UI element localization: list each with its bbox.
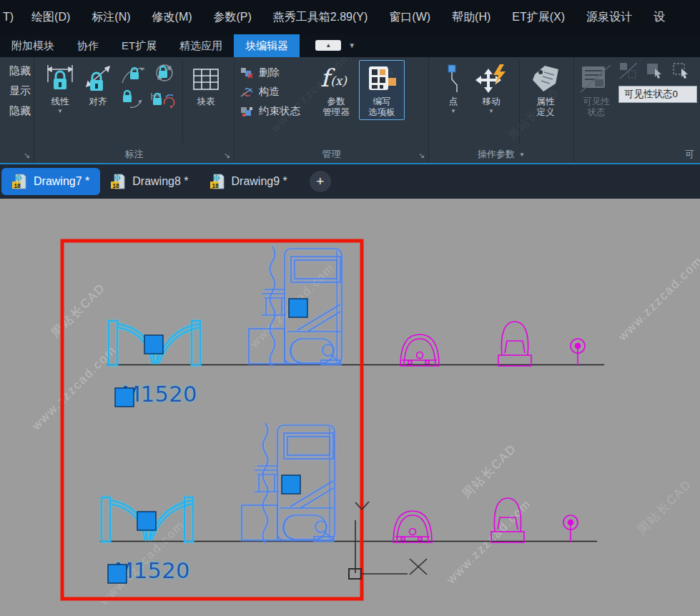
dropdown-caret-icon[interactable]: ▼ xyxy=(488,109,494,114)
fx-icon: f (x) xyxy=(316,62,356,96)
panel-clipped-left: 隐藏 显示 隐藏 ↘ xyxy=(0,57,34,163)
ribbon-tab-collaborate[interactable]: 协作 xyxy=(66,34,110,57)
make-visible-icon[interactable] xyxy=(645,61,665,80)
drawing-tab-7[interactable]: 18 Drawing7 * xyxy=(1,168,100,195)
menu-item-clipped[interactable]: 设 xyxy=(643,0,676,34)
hide-button[interactable]: 隐藏 xyxy=(9,64,31,78)
tag-icon xyxy=(529,62,562,96)
constraint-status-button[interactable]: 约束状态 xyxy=(240,104,300,118)
ribbon-tab-block-editor[interactable]: 块编辑器 xyxy=(234,34,300,57)
move-parameter-button[interactable]: 移动 ▼ xyxy=(469,60,513,116)
cad-grip-furniture[interactable] xyxy=(289,299,307,317)
drawing-tab-9[interactable]: 18 Drawing9 * xyxy=(199,168,298,195)
cad-fixture-toilet-side[interactable] xyxy=(498,322,531,366)
ribbon: www.zzzcad.com 周站长CAD 隐藏 显示 隐藏 ↘ xyxy=(0,57,700,164)
menu-item-et-extension[interactable]: ET扩展(X) xyxy=(501,0,576,34)
visibility-mode-icon[interactable] xyxy=(671,61,691,80)
table-icon xyxy=(192,62,220,96)
panel-launcher-icon[interactable]: ↘ xyxy=(24,151,30,159)
menu-item-dimension[interactable]: 标注(N) xyxy=(81,0,141,34)
aligned-lock-icon xyxy=(82,62,114,96)
menu-item-modify[interactable]: 修改(M) xyxy=(142,0,203,34)
linear-lock-icon xyxy=(45,62,75,96)
point-parameter-button[interactable]: 点 ▼ xyxy=(438,60,469,116)
new-drawing-tab-button[interactable]: + xyxy=(310,171,331,192)
ribbon-tab-bar: 附加模块 协作 ET扩展 精选应用 块编辑器 ▲ ▼ xyxy=(0,34,700,57)
svg-text:18: 18 xyxy=(113,183,120,189)
hide-button[interactable]: 隐藏 xyxy=(9,104,31,118)
svg-text:18: 18 xyxy=(212,183,219,189)
drawing-tab-bar: 18 Drawing7 * 18 Drawing8 * 18 Drawing9 … xyxy=(0,164,700,199)
svg-text:18: 18 xyxy=(14,183,21,189)
attribute-definition-button[interactable]: 属性 定义 xyxy=(526,60,566,120)
point-icon xyxy=(443,62,464,96)
authoring-palettes-icon xyxy=(366,62,398,96)
constraint-status-icon xyxy=(240,106,254,117)
menu-item-window[interactable]: 窗口(W) xyxy=(378,0,441,34)
menu-item-yanxiu-toolbox[interactable]: 燕秀工具箱2.89(Y) xyxy=(262,0,378,34)
menu-bar: T) 绘图(D) 标注(N) 修改(M) 参数(P) 燕秀工具箱2.89(Y) … xyxy=(0,0,700,34)
drawing-tab-8[interactable]: 18 Drawing8 * xyxy=(100,168,199,195)
menu-item-yuanquan-design[interactable]: 源泉设计 xyxy=(576,0,643,34)
panel-manage: 删除 构造 xyxy=(235,57,429,163)
panel-action-parameters: 点 ▼ 移动 ▼ xyxy=(429,57,574,163)
panel-label-manage: 管理 xyxy=(322,148,341,161)
ribbon-collapse-caret-icon[interactable]: ▼ xyxy=(348,41,355,57)
dwg-file-icon: 18 xyxy=(210,174,226,189)
ribbon-tab-addon-modules[interactable]: 附加模块 xyxy=(0,34,66,57)
ribbon-tab-featured-apps[interactable]: 精选应用 xyxy=(168,34,234,57)
linear-constraint-button[interactable]: 线性 ▼ xyxy=(41,60,79,116)
panel-label-dimension: 标注 xyxy=(125,148,144,161)
ribbon-tab-et-extension[interactable]: ET扩展 xyxy=(110,34,168,57)
menu-item-help[interactable]: 帮助(H) xyxy=(441,0,501,34)
angular-lock-button[interactable] xyxy=(119,61,149,87)
rotation-lock-button[interactable] xyxy=(119,87,149,113)
authoring-palettes-button[interactable]: 编写 选项板 xyxy=(359,60,405,120)
visibility-state-combo[interactable]: 可见性状态0 xyxy=(618,86,697,103)
cad-drawing: M1520 xyxy=(0,199,700,616)
panel-launcher-icon[interactable]: ↘ xyxy=(224,151,230,159)
ribbon-collapse-button[interactable]: ▲ xyxy=(315,40,341,51)
parameter-manager-button[interactable]: f (x) 参数 管理器 xyxy=(313,60,359,120)
dropdown-caret-icon[interactable]: ▼ xyxy=(450,109,456,114)
make-invisible-icon[interactable] xyxy=(618,61,639,80)
constraint-lock-grid xyxy=(119,61,179,113)
selection-rectangle[interactable] xyxy=(62,241,362,599)
visibility-states-icon xyxy=(579,62,613,96)
construct-icon xyxy=(240,86,254,98)
visibility-states-button[interactable]: 可见性 状态 xyxy=(577,60,616,120)
show-button[interactable]: 显示 xyxy=(9,84,31,98)
cad-scene-lower[interactable] xyxy=(100,423,597,583)
panel-label-action-parameters: 操作参数 xyxy=(478,148,515,161)
panel-visibility: 可见性 状态 xyxy=(574,57,700,163)
delete-constraint-button[interactable]: 删除 xyxy=(240,66,300,79)
drawing-canvas[interactable]: 周站长CAD www.zzzcad.com www.zzzcad.com 周站长… xyxy=(0,199,700,616)
panel-label-visibility-partial: 可 xyxy=(685,148,694,161)
menu-item-draw[interactable]: 绘图(D) xyxy=(21,0,81,34)
block-table-button[interactable]: 块表 xyxy=(185,60,227,109)
menu-item-partial[interactable]: T) xyxy=(1,0,21,34)
panel-dimension: 线性 ▼ 对齐 xyxy=(34,57,235,163)
panel-dropdown-caret-icon[interactable]: ▼ xyxy=(519,152,525,158)
dwg-file-icon: 18 xyxy=(12,174,28,189)
diameter-lock-button[interactable] xyxy=(149,61,179,87)
linear-rotate-lock-button[interactable] xyxy=(149,87,179,113)
cad-fixture-dome[interactable] xyxy=(400,334,439,366)
cad-grip-door[interactable] xyxy=(144,335,163,354)
dropdown-caret-icon[interactable]: ▼ xyxy=(57,109,63,114)
panel-launcher-icon[interactable]: ↘ xyxy=(418,151,425,159)
construct-button[interactable]: 构造 xyxy=(240,85,300,99)
cad-fixture-sprinkler[interactable] xyxy=(571,339,585,366)
menu-item-parameters[interactable]: 参数(P) xyxy=(203,0,262,34)
cad-grip-tag[interactable] xyxy=(115,388,134,407)
delete-icon xyxy=(240,67,254,79)
aligned-constraint-button[interactable]: 对齐 xyxy=(79,60,117,109)
move-icon xyxy=(473,62,510,96)
svg-text:(x): (x) xyxy=(330,74,347,88)
dwg-file-icon: 18 xyxy=(111,174,127,189)
